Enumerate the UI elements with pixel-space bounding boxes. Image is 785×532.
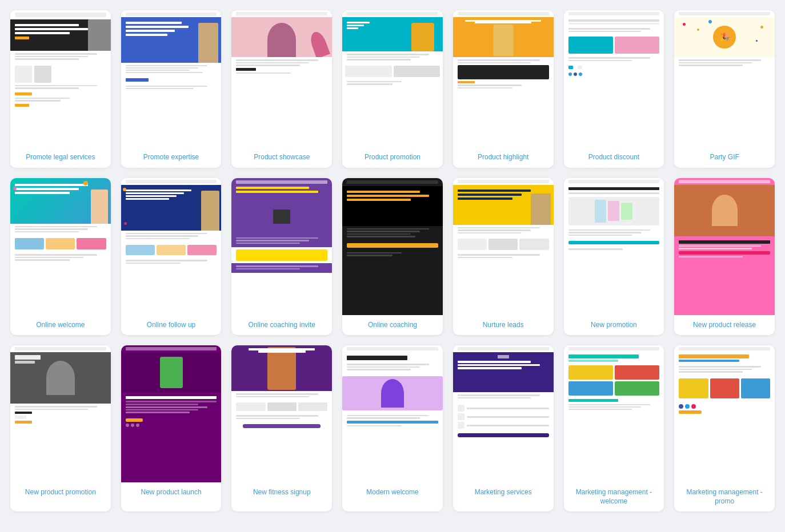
card-label-marketing-services: Marketing services <box>471 482 535 503</box>
card-preview-nurture-leads <box>453 178 554 315</box>
card-online-coaching-invite[interactable]: Online coaching invite <box>231 178 332 336</box>
card-preview-product-discount <box>564 10 664 147</box>
card-preview-product-showcase <box>231 10 332 147</box>
card-label-new-product-launch: New product launch <box>138 482 205 503</box>
card-label-new-promotion: New promotion <box>587 315 640 336</box>
card-promote-expertise[interactable]: Promote expertise <box>121 10 222 168</box>
card-preview-online-coaching-invite <box>231 178 332 315</box>
card-label-online-coaching: Online coaching <box>365 315 420 336</box>
card-party-gif[interactable]: 🎉 Party GIF <box>674 10 775 168</box>
card-product-showcase[interactable]: Product showcase <box>231 10 332 168</box>
card-label-marketing-management-welcome: Marketing management - welcome <box>564 482 664 511</box>
card-new-product-release[interactable]: New product release <box>674 178 775 336</box>
card-nurture-leads[interactable]: Nurture leads <box>453 178 554 336</box>
card-preview-online-coaching <box>342 178 443 315</box>
card-promote-legal[interactable]: Promote legal services <box>10 10 111 168</box>
card-label-new-product-promotion: New product promotion <box>22 482 99 503</box>
card-preview-online-follow-up <box>121 178 222 315</box>
card-preview-new-promotion <box>564 178 664 315</box>
card-label-product-showcase: Product showcase <box>250 147 313 168</box>
card-preview-promote-legal <box>10 10 111 147</box>
card-label-product-promotion: Product promotion <box>361 147 424 168</box>
card-label-new-product-release: New product release <box>690 315 759 336</box>
card-marketing-management-promo[interactable]: Marketing management - promo <box>674 345 775 511</box>
card-label-modern-welcome: Modern welcome <box>363 482 422 503</box>
card-preview-promote-expertise <box>121 10 222 147</box>
card-new-fitness-signup[interactable]: New fitness signup <box>231 345 332 511</box>
card-new-product-launch[interactable]: New product launch <box>121 345 222 511</box>
card-preview-marketing-services <box>453 345 554 482</box>
card-preview-online-welcome <box>10 178 111 315</box>
card-online-welcome[interactable]: Online welcome <box>10 178 111 336</box>
card-label-online-welcome: Online welcome <box>33 315 88 336</box>
card-label-marketing-management-promo: Marketing management - promo <box>674 482 775 511</box>
card-label-online-follow-up: Online follow up <box>143 315 199 336</box>
card-preview-product-highlight <box>453 10 554 147</box>
card-label-product-discount: Product discount <box>585 147 643 168</box>
card-product-promotion[interactable]: Product promotion <box>342 10 443 168</box>
card-preview-new-product-launch <box>121 345 222 482</box>
card-preview-marketing-management-promo <box>674 345 775 482</box>
template-grid: Promote legal services <box>0 0 785 522</box>
card-preview-new-product-release <box>674 178 775 315</box>
card-online-coaching[interactable]: Online coaching <box>342 178 443 336</box>
card-new-product-promotion[interactable]: New product promotion <box>10 345 111 511</box>
card-online-follow-up[interactable]: Online follow up <box>121 178 222 336</box>
card-product-discount[interactable]: Product discount <box>564 10 664 168</box>
card-marketing-management-welcome[interactable]: Marketing management - welcome <box>564 345 664 511</box>
card-label-new-fitness-signup: New fitness signup <box>250 482 314 503</box>
card-label-product-highlight: Product highlight <box>474 147 532 168</box>
card-preview-marketing-management-welcome <box>564 345 664 482</box>
card-preview-modern-welcome <box>342 345 443 482</box>
card-new-promotion[interactable]: New promotion <box>564 178 664 336</box>
card-marketing-services[interactable]: Marketing services <box>453 345 554 511</box>
card-label-nurture-leads: Nurture leads <box>479 315 527 336</box>
card-preview-new-fitness-signup <box>231 345 332 482</box>
card-preview-new-product-promotion <box>10 345 111 482</box>
card-modern-welcome[interactable]: Modern welcome <box>342 345 443 511</box>
card-label-online-coaching-invite: Online coaching invite <box>245 315 319 336</box>
card-preview-product-promotion <box>342 10 443 147</box>
card-label-party-gif: Party GIF <box>706 147 742 168</box>
card-preview-party-gif: 🎉 <box>674 10 775 147</box>
card-product-highlight[interactable]: Product highlight <box>453 10 554 168</box>
card-label-promote-expertise: Promote expertise <box>140 147 202 168</box>
card-label-promote-legal: Promote legal services <box>22 147 98 168</box>
